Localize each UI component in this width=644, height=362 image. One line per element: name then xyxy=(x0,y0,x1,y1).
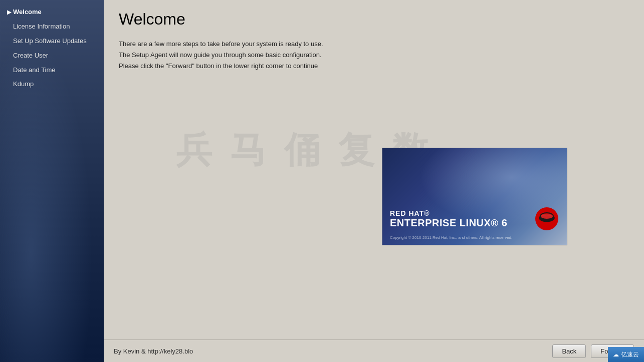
sidebar-item-label: Set Up Software Updates xyxy=(13,37,99,46)
sidebar: ▶ Welcome ▶ License Information ▶ Set Up… xyxy=(0,0,104,362)
rhel-logo-content: RED HAT® ENTERPRISE LINUX® 6 xyxy=(390,206,559,231)
yisuyun-label: 亿速云 xyxy=(621,350,639,359)
sidebar-item-kdump[interactable]: ▶ Kdump xyxy=(0,77,104,92)
sidebar-item-label: Kdump xyxy=(13,80,99,89)
rhel-product: ENTERPRISE LINUX® 6 xyxy=(390,217,507,228)
sidebar-item-license-information[interactable]: ▶ License Information xyxy=(0,20,104,34)
welcome-line-2: The Setup Agent will now guide you throu… xyxy=(119,50,629,61)
rhel-copyright: Copyright © 2010-2011 Red Hat, Inc., and… xyxy=(390,235,559,240)
sidebar-item-set-up-software-updates[interactable]: ▶ Set Up Software Updates xyxy=(0,34,104,49)
sidebar-item-label: License Information xyxy=(13,23,99,31)
welcome-line-3: Please click the "Forward" button in the… xyxy=(119,61,629,72)
sidebar-item-label: Welcome xyxy=(13,8,99,17)
welcome-text: There are a few more steps to take befor… xyxy=(119,39,629,72)
yisuyun-badge: ☁ 亿速云 xyxy=(608,347,644,362)
redhat-logo-icon xyxy=(534,206,559,231)
sidebar-item-create-user[interactable]: ▶ Create User xyxy=(0,49,104,63)
bottom-bar: By Kevin & http://kely28.blo Back Forwar… xyxy=(104,339,644,362)
rhel-text-block: RED HAT® ENTERPRISE LINUX® 6 xyxy=(390,209,507,228)
page-title: Welcome xyxy=(119,10,629,29)
arrow-icon: ▶ xyxy=(7,9,11,16)
welcome-line-1: There are a few more steps to take befor… xyxy=(119,39,629,50)
sidebar-item-date-and-time[interactable]: ▶ Date and Time xyxy=(0,63,104,78)
main-content: Welcome There are a few more steps to ta… xyxy=(104,0,644,362)
sidebar-item-label: Create User xyxy=(13,52,99,60)
sidebar-item-welcome[interactable]: ▶ Welcome xyxy=(0,5,104,20)
rhel-logo-box: RED HAT® ENTERPRISE LINUX® 6 Copyright ©… xyxy=(382,148,567,245)
kevin-credit-text: By Kevin & http://kely28.blo xyxy=(114,347,193,355)
sidebar-item-label: Date and Time xyxy=(13,66,99,75)
svg-point-3 xyxy=(541,214,553,219)
rhel-brand: RED HAT® xyxy=(390,209,507,217)
watermark-area: 兵 马 俑 复 数 xyxy=(204,100,404,200)
yisuyun-icon: ☁ xyxy=(613,351,619,358)
back-button[interactable]: Back xyxy=(552,344,586,358)
